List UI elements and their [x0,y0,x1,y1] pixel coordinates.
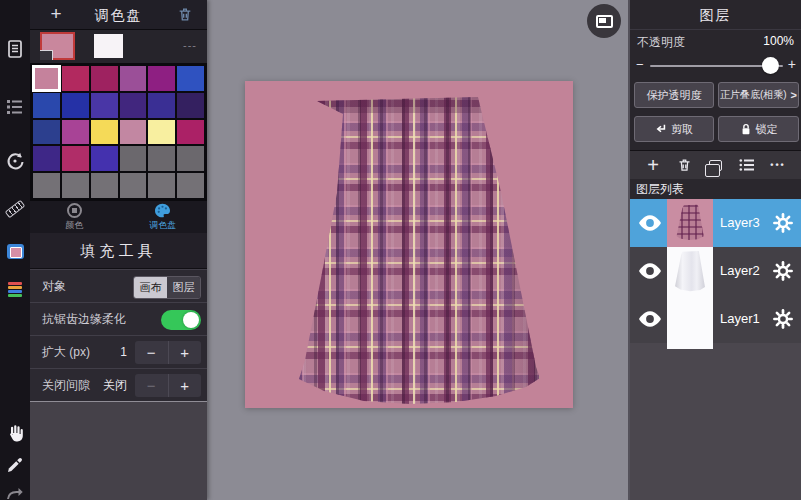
swatch-more-button[interactable]: --- [183,39,197,51]
expand-plus-button[interactable]: + [169,341,202,364]
document-icon[interactable] [0,36,30,62]
layer-buttons-row-1: 保护透明度 正片叠底(相乘)> [630,82,801,112]
gap-minus-button[interactable]: − [135,374,169,397]
tab-color[interactable]: 颜色 [30,201,119,233]
palette-cell[interactable] [120,93,147,118]
palette-cell[interactable] [62,120,89,145]
opacity-minus-button[interactable]: − [636,57,644,72]
opacity-value: 100% [763,34,794,48]
layer-row-layer3[interactable]: Layer3 [630,199,801,247]
layer-row-layer2[interactable]: Layer2 [630,247,801,295]
gap-stepper: − + [135,374,201,397]
checklist-icon[interactable] [0,94,30,120]
layer-settings-gear-icon[interactable] [773,309,793,329]
clipping-button[interactable]: 剪取 [634,116,714,142]
ruler-icon[interactable] [0,196,30,222]
palette-cell[interactable] [91,66,118,91]
layer-list-icon[interactable] [736,154,758,176]
panel-left-empty-area [30,401,207,500]
gap-row: 关闭间隙 关闭 − + [30,368,207,401]
palette-cell[interactable] [177,120,204,145]
palette-cell[interactable] [62,173,89,198]
palette-cell[interactable] [177,146,204,171]
layers-title: 图层 [630,0,801,30]
current-color-swatch[interactable] [40,32,75,60]
palette-grid [33,66,204,198]
hand-icon[interactable] [0,420,30,446]
palette-cell[interactable] [62,146,89,171]
palette-cell[interactable] [33,173,60,198]
secondary-color-swatch[interactable] [94,34,123,58]
protect-alpha-button[interactable]: 保护透明度 [634,82,714,108]
hide-panels-button[interactable] [587,4,621,38]
antialias-toggle[interactable] [161,310,201,330]
palette-cell[interactable] [120,173,147,198]
palette-panel: + 调色盘 --- 颜色 调色盘 填充工具 对象 [30,0,207,500]
palette-cell[interactable] [148,93,175,118]
palette-cell[interactable] [91,93,118,118]
more-icon[interactable]: ••• [767,154,789,176]
layer-thumbnail[interactable] [667,295,713,343]
layers-panel: 图层 不透明度 100% − + 保护透明度 正片叠底(相乘)> 剪取 锁定 [628,0,801,500]
delete-layer-icon[interactable] [673,154,695,176]
palette-cell[interactable] [148,173,175,198]
palette-cell[interactable] [120,146,147,171]
palette-cell[interactable] [62,66,89,91]
delete-palette-icon[interactable] [177,6,193,23]
palette-cell[interactable] [33,146,60,171]
add-layer-icon[interactable]: + [642,154,664,176]
drawing-canvas[interactable] [245,81,573,408]
palette-cell[interactable] [148,66,175,91]
layer-row-layer1[interactable]: Layer1 [630,295,801,343]
gap-plus-button[interactable]: + [169,374,202,397]
palette-cell[interactable] [91,120,118,145]
palette-cell[interactable] [120,66,147,91]
palette-cell[interactable] [177,173,204,198]
fill-tool-title: 填充工具 [30,233,207,269]
lock-button[interactable]: 锁定 [718,116,799,142]
layer-thumbnail[interactable] [667,247,713,295]
colorful-brush-icon[interactable] [0,276,30,302]
palette-icon [154,203,171,218]
layer-settings-gear-icon[interactable] [773,213,793,233]
opacity-slider: − + [630,54,801,78]
palette-cell[interactable] [91,173,118,198]
opacity-plus-button[interactable]: + [788,56,796,72]
visibility-eye-icon[interactable] [637,310,663,328]
expand-stepper: − + [135,341,201,364]
current-colors-row: --- [30,30,207,63]
object-layer-button[interactable]: 图层 [167,277,200,298]
color-swatch-icon[interactable] [0,238,30,264]
tab-palette[interactable]: 调色盘 [119,201,208,233]
redo-icon[interactable] [0,480,30,500]
expand-row: 扩大 (px) 1 − + [30,335,207,368]
layer-name: Layer3 [720,199,760,247]
palette-cell[interactable] [120,120,147,145]
thumbnail-strip-end [667,343,713,349]
palette-cell[interactable] [33,66,60,91]
layer-settings-gear-icon[interactable] [773,261,793,281]
palette-cell[interactable] [91,146,118,171]
palette-cell[interactable] [177,66,204,91]
app-screen: + 调色盘 --- 颜色 调色盘 填充工具 对象 [0,0,801,500]
blend-mode-button[interactable]: 正片叠底(相乘)> [718,82,799,108]
palette-cell[interactable] [33,93,60,118]
palette-cell[interactable] [148,146,175,171]
palette-cell[interactable] [177,93,204,118]
skirt-artwork [270,97,542,407]
opacity-row: 不透明度 100% [630,34,801,54]
layer-toolbar: + ••• [630,151,801,179]
duplicate-layer-icon[interactable] [705,154,727,176]
visibility-eye-icon[interactable] [637,262,663,280]
opacity-slider-knob[interactable] [762,57,779,74]
visibility-eye-icon[interactable] [637,214,663,232]
gap-value: 关闭 [103,369,127,402]
eyedropper-icon[interactable] [0,452,30,478]
rotate-icon[interactable] [0,148,30,174]
palette-cell[interactable] [33,120,60,145]
object-canvas-button[interactable]: 画布 [134,277,167,298]
expand-minus-button[interactable]: − [135,341,169,364]
palette-cell[interactable] [148,120,175,145]
layer-thumbnail[interactable] [667,199,713,247]
palette-cell[interactable] [62,93,89,118]
